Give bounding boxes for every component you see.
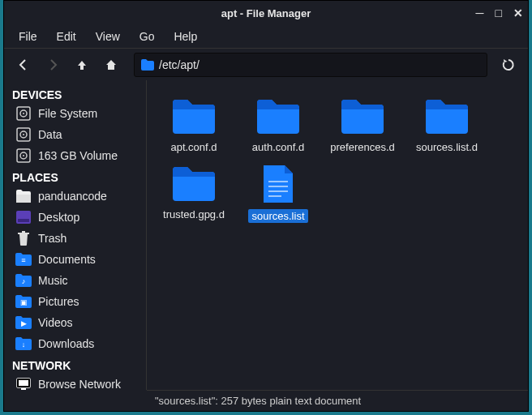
svg-rect-12: [22, 231, 25, 233]
folder-icon: [141, 59, 154, 71]
desktop-icon: [15, 210, 32, 225]
sidebar-item-label: Pictures: [38, 295, 79, 308]
sidebar-item[interactable]: ↓Downloads: [4, 333, 146, 354]
sidebar-item[interactable]: ▶Videos: [4, 312, 146, 333]
location-bar[interactable]: /etc/apt/: [134, 53, 487, 77]
sidebar: DEVICESFile SystemData163 GB VolumePLACE…: [4, 80, 147, 390]
disk-icon: [15, 127, 32, 142]
file-content[interactable]: apt.conf.dauth.conf.dpreferences.dsource…: [147, 80, 528, 390]
svg-point-2: [23, 113, 24, 114]
maximize-button[interactable]: □: [496, 6, 502, 19]
sidebar-item[interactable]: ▣Pictures: [4, 291, 146, 312]
menu-help[interactable]: Help: [165, 27, 205, 46]
sidebar-item[interactable]: Trash: [4, 228, 146, 249]
menu-go[interactable]: Go: [131, 27, 163, 46]
folder-icon: [255, 96, 301, 135]
sidebar-item-label: Downloads: [38, 337, 94, 350]
titlebar[interactable]: apt - File Manager ─ □ ✕: [4, 1, 528, 25]
sidebar-item[interactable]: Browse Network: [4, 374, 146, 390]
folder-down-icon: ↓: [15, 336, 32, 351]
toolbar: /etc/apt/: [4, 48, 528, 80]
folder-icon: [340, 96, 385, 135]
sidebar-header: PLACES: [4, 166, 146, 186]
sidebar-item[interactable]: ≡Documents: [4, 249, 146, 270]
folder-icon: [424, 96, 470, 135]
disk-icon: [15, 148, 32, 163]
sidebar-item[interactable]: panduancode: [4, 186, 146, 207]
folder-icon: [171, 96, 217, 135]
menu-file[interactable]: File: [11, 27, 45, 46]
svg-text:≡: ≡: [21, 256, 25, 264]
svg-rect-10: [18, 219, 29, 222]
location-path: /etc/apt/: [159, 58, 200, 71]
folder-item[interactable]: apt.conf.d: [153, 93, 234, 157]
sidebar-item-label: Videos: [38, 316, 73, 329]
folder-item[interactable]: sources.list.d: [406, 93, 487, 157]
menu-edit[interactable]: Edit: [49, 27, 84, 46]
svg-rect-11: [18, 233, 29, 234]
sidebar-item-label: File System: [38, 107, 97, 120]
close-button[interactable]: ✕: [513, 6, 523, 19]
folder-item[interactable]: auth.conf.d: [238, 93, 319, 157]
trash-icon: [15, 231, 32, 246]
sidebar-item-label: Desktop: [38, 211, 79, 224]
svg-rect-21: [21, 388, 26, 390]
back-button[interactable]: [11, 52, 36, 78]
sidebar-item[interactable]: 163 GB Volume: [4, 145, 146, 166]
home-button[interactable]: [98, 52, 124, 78]
folder-docs-icon: ≡: [15, 252, 32, 267]
svg-text:↓: ↓: [22, 340, 26, 349]
sidebar-item-label: Trash: [38, 232, 66, 245]
svg-text:▶: ▶: [21, 319, 27, 327]
sidebar-item[interactable]: Data: [4, 124, 146, 145]
main-area: DEVICESFile SystemData163 GB VolumePLACE…: [4, 80, 528, 390]
window-title: apt - File Manager: [221, 7, 311, 19]
folder-video-icon: ▶: [15, 315, 32, 330]
sidebar-item-label: Data: [38, 128, 62, 141]
status-text: "sources.list": 257 bytes plain text doc…: [155, 395, 361, 407]
svg-point-5: [23, 134, 24, 135]
sidebar-item[interactable]: ♪Music: [4, 270, 146, 291]
sidebar-item-label: Browse Network: [38, 378, 121, 390]
sidebar-item-label: 163 GB Volume: [38, 149, 118, 162]
folder-music-icon: ♪: [15, 273, 32, 288]
folder-item[interactable]: trusted.gpg.d: [153, 160, 234, 226]
svg-text:▣: ▣: [20, 298, 28, 306]
folder-icon: [171, 164, 217, 203]
file-label: sources.list.d: [413, 140, 481, 154]
up-button[interactable]: [69, 52, 95, 78]
text-file-icon: [262, 164, 294, 204]
folder-pics-icon: ▣: [15, 294, 32, 309]
svg-rect-20: [19, 380, 28, 386]
file-label: preferences.d: [327, 140, 398, 154]
sidebar-item-label: Documents: [38, 253, 96, 266]
file-label: sources.list: [248, 209, 307, 223]
home-icon: [15, 189, 32, 203]
file-item[interactable]: sources.list: [238, 160, 319, 226]
svg-text:♪: ♪: [22, 277, 26, 285]
sidebar-item-label: Music: [38, 274, 68, 287]
sidebar-item[interactable]: File System: [4, 103, 146, 124]
sidebar-header: NETWORK: [4, 354, 146, 374]
folder-item[interactable]: preferences.d: [322, 93, 403, 157]
svg-point-8: [23, 155, 24, 156]
statusbar: "sources.list": 257 bytes plain text doc…: [147, 390, 528, 411]
sidebar-header: DEVICES: [4, 83, 146, 103]
network-icon: [15, 377, 32, 390]
minimize-button[interactable]: ─: [476, 6, 484, 19]
disk-icon: [15, 106, 32, 121]
file-label: apt.conf.d: [167, 140, 220, 154]
reload-button[interactable]: [496, 52, 521, 78]
sidebar-item-label: panduancode: [38, 190, 107, 203]
menu-view[interactable]: View: [88, 27, 128, 46]
file-label: auth.conf.d: [249, 140, 307, 154]
file-manager-window: apt - File Manager ─ □ ✕ File Edit View …: [3, 0, 529, 412]
file-label: trusted.gpg.d: [160, 208, 228, 221]
forward-button[interactable]: [40, 52, 66, 78]
sidebar-item[interactable]: Desktop: [4, 207, 146, 228]
menubar: File Edit View Go Help: [4, 25, 528, 48]
